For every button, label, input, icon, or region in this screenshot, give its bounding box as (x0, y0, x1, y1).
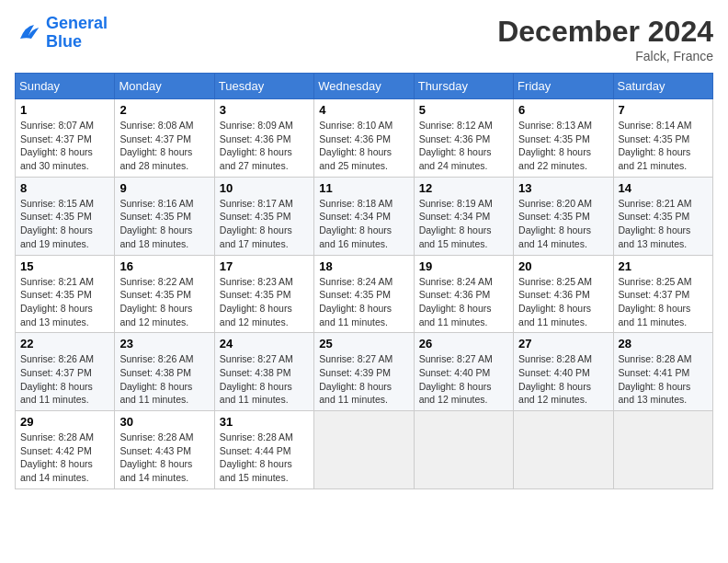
table-row: 5 Sunrise: 8:12 AMSunset: 4:36 PMDayligh… (414, 99, 513, 178)
day-number: 22 (20, 337, 109, 350)
day-number: 18 (319, 259, 408, 273)
table-row: 18 Sunrise: 8:24 AMSunset: 4:35 PMDaylig… (314, 255, 414, 333)
title-block: December 2024 Falck, France (497, 15, 713, 63)
day-number: 30 (119, 415, 209, 429)
day-number: 31 (220, 415, 309, 429)
day-number: 21 (619, 259, 708, 273)
table-row: 21 Sunrise: 8:25 AMSunset: 4:37 PMDaylig… (613, 255, 712, 333)
calendar-row: 22 Sunrise: 8:26 AMSunset: 4:37 PMDaylig… (16, 333, 713, 411)
table-row: 10 Sunrise: 8:17 AMSunset: 4:35 PMDaylig… (214, 177, 313, 255)
cell-info: Sunrise: 8:15 AMSunset: 4:35 PMDaylight:… (20, 198, 94, 249)
cell-info: Sunrise: 8:24 AMSunset: 4:35 PMDaylight:… (319, 276, 392, 327)
cell-info: Sunrise: 8:27 AMSunset: 4:38 PMDaylight:… (220, 353, 293, 405)
cell-info: Sunrise: 8:20 AMSunset: 4:35 PMDaylight:… (518, 198, 592, 249)
cell-info: Sunrise: 8:21 AMSunset: 4:35 PMDaylight:… (619, 198, 692, 249)
table-row: 1 Sunrise: 8:07 AMSunset: 4:37 PMDayligh… (16, 99, 115, 178)
day-number: 28 (619, 337, 708, 350)
day-number: 23 (119, 337, 209, 350)
cell-info: Sunrise: 8:28 AMSunset: 4:40 PMDaylight:… (518, 353, 592, 405)
day-number: 16 (119, 259, 209, 273)
day-number: 10 (220, 181, 309, 195)
logo: General Blue (15, 15, 108, 52)
table-row: 30 Sunrise: 8:28 AMSunset: 4:43 PMDaylig… (115, 411, 214, 489)
table-row: 20 Sunrise: 8:25 AMSunset: 4:36 PMDaylig… (514, 255, 613, 333)
cell-info: Sunrise: 8:28 AMSunset: 4:41 PMDaylight:… (619, 353, 692, 405)
header-saturday: Saturday (613, 74, 712, 99)
cell-info: Sunrise: 8:27 AMSunset: 4:40 PMDaylight:… (419, 353, 493, 405)
table-row: 13 Sunrise: 8:20 AMSunset: 4:35 PMDaylig… (514, 177, 613, 255)
cell-info: Sunrise: 8:17 AMSunset: 4:35 PMDaylight:… (220, 198, 293, 249)
header-monday: Monday (115, 74, 214, 99)
table-row: 15 Sunrise: 8:21 AMSunset: 4:35 PMDaylig… (16, 255, 115, 333)
cell-info: Sunrise: 8:28 AMSunset: 4:42 PMDaylight:… (20, 431, 94, 483)
table-row: 16 Sunrise: 8:22 AMSunset: 4:35 PMDaylig… (115, 255, 214, 333)
table-row: 8 Sunrise: 8:15 AMSunset: 4:35 PMDayligh… (16, 177, 115, 255)
table-row: 25 Sunrise: 8:27 AMSunset: 4:39 PMDaylig… (314, 333, 414, 411)
table-row: 19 Sunrise: 8:24 AMSunset: 4:36 PMDaylig… (414, 255, 513, 333)
calendar-row: 8 Sunrise: 8:15 AMSunset: 4:35 PMDayligh… (16, 177, 713, 255)
cell-info: Sunrise: 8:19 AMSunset: 4:34 PMDaylight:… (419, 198, 493, 249)
day-number: 19 (419, 259, 508, 273)
cell-info: Sunrise: 8:07 AMSunset: 4:37 PMDaylight:… (20, 120, 94, 171)
table-row: 29 Sunrise: 8:28 AMSunset: 4:42 PMDaylig… (16, 411, 115, 489)
cell-info: Sunrise: 8:16 AMSunset: 4:35 PMDaylight:… (119, 198, 193, 249)
table-row: 24 Sunrise: 8:27 AMSunset: 4:38 PMDaylig… (214, 333, 313, 411)
cell-info: Sunrise: 8:08 AMSunset: 4:37 PMDaylight:… (119, 120, 193, 171)
logo-text: General Blue (46, 15, 108, 52)
header-friday: Friday (514, 74, 613, 99)
day-number: 15 (20, 259, 109, 273)
calendar-row: 29 Sunrise: 8:28 AMSunset: 4:42 PMDaylig… (16, 411, 713, 489)
cell-info: Sunrise: 8:22 AMSunset: 4:35 PMDaylight:… (119, 276, 193, 327)
day-number: 7 (619, 103, 708, 117)
header-tuesday: Tuesday (214, 74, 313, 99)
header-wednesday: Wednesday (314, 74, 414, 99)
day-number: 9 (119, 181, 209, 195)
table-row: 28 Sunrise: 8:28 AMSunset: 4:41 PMDaylig… (613, 333, 712, 411)
day-number: 13 (518, 181, 608, 195)
table-row: 14 Sunrise: 8:21 AMSunset: 4:35 PMDaylig… (613, 177, 712, 255)
month-title: December 2024 (497, 15, 713, 49)
day-number: 1 (20, 103, 109, 117)
page-header: General Blue December 2024 Falck, France (15, 15, 713, 63)
location: Falck, France (497, 49, 713, 63)
calendar-row: 15 Sunrise: 8:21 AMSunset: 4:35 PMDaylig… (16, 255, 713, 333)
header-thursday: Thursday (414, 74, 513, 99)
cell-info: Sunrise: 8:28 AMSunset: 4:43 PMDaylight:… (119, 431, 193, 483)
cell-info: Sunrise: 8:21 AMSunset: 4:35 PMDaylight:… (20, 276, 94, 327)
day-number: 29 (20, 415, 109, 429)
day-number: 5 (419, 103, 508, 117)
day-number: 11 (319, 181, 408, 195)
day-number: 4 (319, 103, 408, 117)
day-number: 24 (220, 337, 309, 350)
table-row: 11 Sunrise: 8:18 AMSunset: 4:34 PMDaylig… (314, 177, 414, 255)
day-number: 2 (119, 103, 209, 117)
day-number: 3 (220, 103, 309, 117)
table-row: 9 Sunrise: 8:16 AMSunset: 4:35 PMDayligh… (115, 177, 214, 255)
day-number: 27 (518, 337, 608, 350)
day-number: 12 (419, 181, 508, 195)
table-row: 7 Sunrise: 8:14 AMSunset: 4:35 PMDayligh… (613, 99, 712, 178)
cell-info: Sunrise: 8:27 AMSunset: 4:39 PMDaylight:… (319, 353, 392, 405)
cell-info: Sunrise: 8:25 AMSunset: 4:37 PMDaylight:… (619, 276, 692, 327)
day-number: 26 (419, 337, 508, 350)
day-number: 25 (319, 337, 408, 350)
table-row: 17 Sunrise: 8:23 AMSunset: 4:35 PMDaylig… (214, 255, 313, 333)
cell-info: Sunrise: 8:10 AMSunset: 4:36 PMDaylight:… (319, 120, 392, 171)
day-number: 8 (20, 181, 109, 195)
cell-info: Sunrise: 8:28 AMSunset: 4:44 PMDaylight:… (220, 431, 293, 483)
day-number: 14 (619, 181, 708, 195)
table-row: 12 Sunrise: 8:19 AMSunset: 4:34 PMDaylig… (414, 177, 513, 255)
header-sunday: Sunday (16, 74, 115, 99)
table-row: 27 Sunrise: 8:28 AMSunset: 4:40 PMDaylig… (514, 333, 613, 411)
table-row: 23 Sunrise: 8:26 AMSunset: 4:38 PMDaylig… (115, 333, 214, 411)
cell-info: Sunrise: 8:25 AMSunset: 4:36 PMDaylight:… (518, 276, 592, 327)
logo-bird-icon (15, 19, 42, 47)
table-row (414, 411, 513, 489)
day-number: 20 (518, 259, 608, 273)
table-row (613, 411, 712, 489)
calendar-table: Sunday Monday Tuesday Wednesday Thursday… (15, 73, 713, 489)
cell-info: Sunrise: 8:23 AMSunset: 4:35 PMDaylight:… (220, 276, 293, 327)
table-row: 4 Sunrise: 8:10 AMSunset: 4:36 PMDayligh… (314, 99, 414, 178)
day-number: 6 (518, 103, 608, 117)
calendar-header-row: Sunday Monday Tuesday Wednesday Thursday… (16, 74, 713, 99)
